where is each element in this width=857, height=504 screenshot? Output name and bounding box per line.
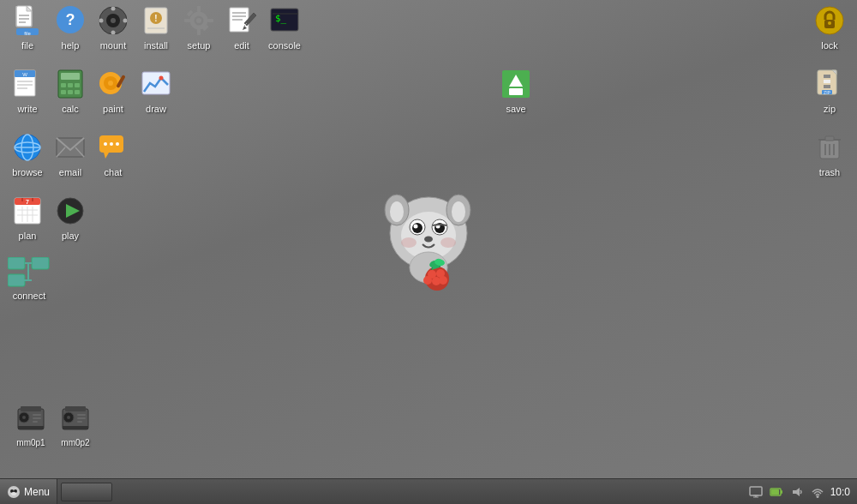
icon-browse[interactable]: browse: [3, 130, 51, 178]
chat-icon: [96, 130, 130, 165]
svg-point-57: [159, 76, 164, 81]
icon-draw-label: draw: [143, 103, 169, 115]
icon-save-label: save: [503, 103, 528, 115]
play-icon: [53, 194, 87, 228]
icon-play[interactable]: play: [46, 194, 94, 242]
svg-rect-120: [77, 414, 86, 416]
svg-point-151: [11, 492, 16, 495]
icon-trash-label: trash: [817, 166, 842, 178]
file-icon: file: [10, 3, 45, 38]
icon-setup-label: setup: [185, 39, 213, 51]
svg-text:7: 7: [26, 199, 29, 205]
svg-rect-114: [33, 421, 38, 423]
browse-icon: [10, 130, 45, 165]
draw-icon: [139, 67, 173, 101]
help-icon: ?: [53, 3, 87, 38]
install-icon: !: [139, 3, 173, 38]
menu-label: Menu: [24, 486, 50, 498]
svg-rect-48: [75, 83, 80, 87]
icon-email[interactable]: email: [46, 130, 94, 178]
icon-connect[interactable]: connect: [3, 257, 55, 302]
icon-paint[interactable]: paint: [89, 67, 137, 115]
save-icon: [499, 67, 533, 101]
icon-mount[interactable]: mount: [89, 3, 137, 51]
icon-write-label: write: [15, 103, 39, 115]
svg-rect-158: [771, 489, 779, 495]
icon-setup[interactable]: setup: [175, 3, 223, 51]
svg-rect-113: [33, 417, 41, 419]
zip-icon: ZIP: [812, 67, 847, 101]
calc-icon: [53, 67, 87, 101]
svg-point-90: [828, 21, 831, 25]
icon-browse-label: browse: [9, 166, 45, 178]
disk-icon-mm0p2[interactable]: mm0p2: [58, 402, 93, 447]
svg-point-15: [123, 19, 128, 23]
icon-plan[interactable]: 7 plan: [3, 194, 51, 242]
svg-text:file: file: [24, 31, 31, 36]
icon-lock[interactable]: lock: [806, 3, 854, 51]
svg-rect-23: [197, 29, 201, 35]
svg-rect-152: [750, 487, 762, 495]
svg-rect-22: [197, 6, 201, 12]
disk-icon-mm0p1[interactable]: mm0p1: [14, 402, 48, 447]
svg-point-67: [104, 142, 107, 146]
icon-file[interactable]: file file: [3, 3, 51, 51]
icon-trash[interactable]: trash: [806, 130, 854, 178]
tray-volume-icon[interactable]: [789, 484, 805, 500]
paint-icon: [96, 67, 130, 101]
icon-save[interactable]: save: [492, 67, 540, 115]
setup-icon: [182, 3, 216, 38]
tray-wifi-icon[interactable]: [810, 484, 825, 500]
icon-chat[interactable]: chat: [89, 130, 137, 178]
svg-rect-121: [77, 417, 86, 419]
disk-mm0p2-label: mm0p2: [61, 438, 89, 447]
svg-rect-123: [63, 426, 88, 429]
svg-text:ZIP: ZIP: [824, 90, 830, 95]
icon-connect-label: connect: [10, 290, 49, 302]
svg-point-12: [111, 7, 116, 11]
icon-help-label: help: [59, 39, 82, 51]
svg-point-68: [110, 142, 113, 146]
svg-rect-49: [61, 90, 66, 94]
svg-rect-82: [8, 257, 25, 269]
console-icon: $_: [267, 3, 302, 38]
svg-rect-50: [68, 90, 73, 94]
disk-mm0p1-img: [14, 402, 48, 436]
icon-console[interactable]: $_ console: [261, 3, 309, 51]
svg-rect-47: [68, 83, 73, 87]
taskbar-menu-button[interactable]: Menu: [0, 479, 57, 504]
tray-battery-icon[interactable]: [769, 484, 784, 500]
taskbar-tray: 10:0: [741, 479, 857, 504]
svg-point-54: [108, 81, 113, 86]
svg-point-137: [401, 237, 417, 248]
desktop: file file ? help mount: [0, 0, 857, 478]
svg-point-132: [412, 223, 423, 233]
icon-zip[interactable]: ZIP zip: [806, 67, 854, 115]
svg-point-144: [423, 276, 432, 285]
svg-point-14: [99, 19, 104, 23]
lock-icon: [812, 3, 847, 38]
icon-edit[interactable]: edit: [218, 3, 266, 51]
icon-play-label: play: [59, 230, 81, 242]
tray-display-icon[interactable]: [748, 484, 764, 500]
svg-marker-66: [104, 153, 109, 159]
icon-calc-label: calc: [59, 103, 81, 115]
icon-edit-label: edit: [231, 39, 252, 51]
icon-calc[interactable]: calc: [46, 67, 94, 115]
icon-plan-label: plan: [16, 230, 39, 242]
svg-rect-115: [18, 426, 44, 429]
icon-install[interactable]: ! install: [132, 3, 180, 51]
svg-rect-104: [825, 136, 834, 141]
svg-text:!: !: [154, 14, 157, 23]
taskbar-clock: 10:0: [830, 486, 850, 498]
icon-mount-label: mount: [98, 39, 129, 51]
icon-write[interactable]: W write: [3, 67, 51, 115]
disk-mm0p1-label: mm0p1: [16, 438, 45, 447]
icon-draw[interactable]: draw: [132, 67, 180, 115]
taskbar-window-slot[interactable]: [61, 483, 112, 501]
icon-lock-label: lock: [818, 39, 841, 51]
svg-point-136: [424, 237, 433, 243]
svg-rect-98: [824, 80, 830, 83]
trash-icon: [812, 130, 847, 165]
icon-help[interactable]: ? help: [46, 3, 94, 51]
